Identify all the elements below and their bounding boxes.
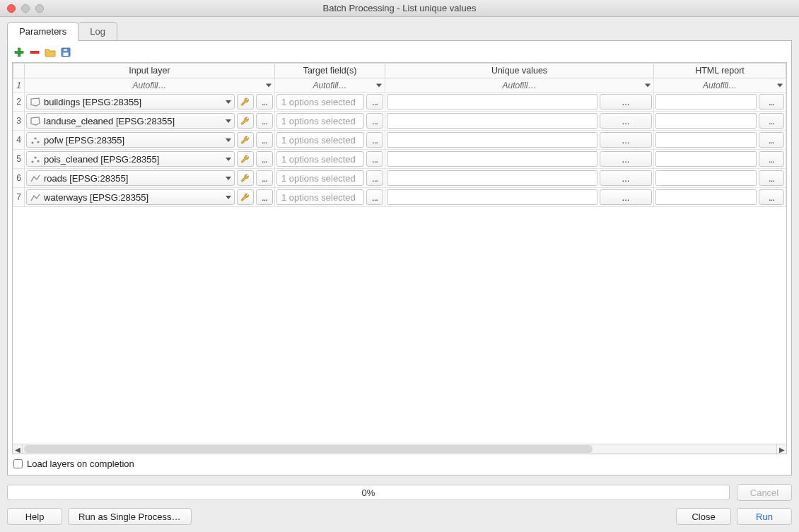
- iterate-button[interactable]: [237, 189, 254, 205]
- html-report-input[interactable]: [655, 189, 757, 205]
- load-layers-checkbox[interactable]: [13, 459, 23, 468]
- unique-values-cell: ...: [385, 188, 654, 207]
- help-button[interactable]: Help: [7, 508, 62, 525]
- browse-layer-button[interactable]: [256, 170, 273, 186]
- scroll-left-icon[interactable]: ◀: [13, 444, 23, 454]
- iterate-button[interactable]: [237, 170, 254, 186]
- html-report-browse-button[interactable]: [759, 113, 784, 129]
- scroll-right-icon[interactable]: ▶: [776, 444, 786, 454]
- target-fields-cell: 1 options selected: [275, 112, 385, 131]
- browse-layer-button[interactable]: [256, 132, 273, 148]
- html-report-browse-button[interactable]: [759, 151, 784, 167]
- col-input-layer[interactable]: Input layer: [25, 64, 275, 78]
- input-layer-cell: roads [EPSG:28355]: [25, 169, 275, 188]
- iterate-button[interactable]: [237, 113, 254, 129]
- iterate-button[interactable]: [237, 132, 254, 148]
- run-button[interactable]: Run: [737, 508, 792, 525]
- tab-parameters[interactable]: Parameters: [7, 22, 78, 41]
- iterate-button[interactable]: [237, 151, 254, 167]
- fields-summary[interactable]: 1 options selected: [276, 151, 364, 167]
- select-fields-button[interactable]: [366, 170, 383, 186]
- target-fields-cell: 1 options selected: [275, 169, 385, 188]
- col-html-report[interactable]: HTML report: [654, 64, 786, 78]
- horizontal-scrollbar[interactable]: ◀ ▶: [13, 444, 786, 454]
- unique-values-browse-button[interactable]: ...: [600, 132, 652, 148]
- window-title: Batch Processing - List unique values: [0, 3, 799, 13]
- window-minimize-button[interactable]: [21, 4, 30, 13]
- window-close-button[interactable]: [7, 4, 16, 13]
- chevron-down-icon: [777, 83, 783, 87]
- iterate-button[interactable]: [237, 94, 254, 110]
- traffic-lights: [7, 4, 44, 13]
- html-report-input[interactable]: [655, 94, 757, 110]
- fields-summary[interactable]: 1 options selected: [276, 189, 364, 205]
- autofill-html-report[interactable]: Autofill…: [654, 78, 786, 93]
- run-single-process-button[interactable]: Run as Single Process…: [68, 508, 192, 525]
- autofill-input-layer[interactable]: Autofill…: [25, 78, 275, 93]
- browse-layer-button[interactable]: [256, 151, 273, 167]
- input-layer-cell: buildings [EPSG:28355]: [25, 93, 275, 112]
- layer-combo[interactable]: roads [EPSG:28355]: [26, 170, 235, 186]
- save-icon[interactable]: [60, 47, 71, 58]
- unique-values-input[interactable]: [387, 151, 597, 167]
- window-zoom-button[interactable]: [35, 4, 44, 13]
- unique-values-browse-button[interactable]: ...: [600, 170, 652, 186]
- col-target-fields[interactable]: Target field(s): [275, 64, 385, 78]
- progress-bar: 0%: [7, 485, 730, 500]
- unique-values-cell: ...: [385, 131, 654, 150]
- html-report-browse-button[interactable]: [759, 132, 784, 148]
- layer-combo[interactable]: waterways [EPSG:28355]: [26, 189, 235, 205]
- layer-combo[interactable]: landuse_cleaned [EPSG:28355]: [26, 113, 235, 129]
- col-unique-values[interactable]: Unique values: [385, 64, 654, 78]
- select-fields-button[interactable]: [366, 94, 383, 110]
- unique-values-browse-button[interactable]: ...: [600, 189, 652, 205]
- select-fields-button[interactable]: [366, 189, 383, 205]
- html-report-browse-button[interactable]: [759, 189, 784, 205]
- table-row: 2buildings [EPSG:28355]1 options selecte…: [13, 93, 786, 112]
- browse-layer-button[interactable]: [256, 94, 273, 110]
- table-row: 4pofw [EPSG:28355]1 options selected...: [13, 131, 786, 150]
- tab-log[interactable]: Log: [78, 22, 117, 41]
- layer-combo[interactable]: pois_cleaned [EPSG:28355]: [26, 151, 235, 167]
- html-report-input[interactable]: [655, 170, 757, 186]
- unique-values-input[interactable]: [387, 113, 597, 129]
- close-button[interactable]: Close: [676, 508, 731, 525]
- html-report-input[interactable]: [655, 151, 757, 167]
- fields-summary[interactable]: 1 options selected: [276, 94, 364, 110]
- html-report-browse-button[interactable]: [759, 94, 784, 110]
- select-fields-button[interactable]: [366, 151, 383, 167]
- html-report-input[interactable]: [655, 113, 757, 129]
- row-number: 3: [13, 112, 25, 131]
- select-fields-button[interactable]: [366, 132, 383, 148]
- select-fields-button[interactable]: [366, 113, 383, 129]
- open-file-icon[interactable]: [45, 47, 56, 58]
- table-row: 3landuse_cleaned [EPSG:28355]1 options s…: [13, 112, 786, 131]
- unique-values-input[interactable]: [387, 189, 597, 205]
- unique-values-browse-button[interactable]: ...: [600, 94, 652, 110]
- unique-values-browse-button[interactable]: ...: [600, 151, 652, 167]
- unique-values-input[interactable]: [387, 132, 597, 148]
- remove-rows-icon[interactable]: [29, 47, 40, 58]
- cancel-button: Cancel: [737, 484, 792, 501]
- unique-values-browse-button[interactable]: ...: [600, 113, 652, 129]
- layer-combo[interactable]: buildings [EPSG:28355]: [26, 94, 235, 110]
- load-layers-label[interactable]: Load layers on completion: [27, 459, 134, 469]
- unique-values-input[interactable]: [387, 94, 597, 110]
- autofill-target-fields[interactable]: Autofill…: [275, 78, 385, 93]
- scroll-thumb[interactable]: [24, 445, 593, 453]
- browse-layer-button[interactable]: [256, 113, 273, 129]
- layer-name: landuse_cleaned [EPSG:28355]: [44, 116, 175, 126]
- html-report-browse-button[interactable]: [759, 170, 784, 186]
- autofill-unique-values[interactable]: Autofill…: [385, 78, 654, 93]
- fields-summary[interactable]: 1 options selected: [276, 170, 364, 186]
- add-row-icon[interactable]: [13, 47, 25, 58]
- unique-values-cell: ...: [385, 112, 654, 131]
- browse-layer-button[interactable]: [256, 189, 273, 205]
- layer-combo[interactable]: pofw [EPSG:28355]: [26, 132, 235, 148]
- fields-summary[interactable]: 1 options selected: [276, 113, 364, 129]
- autofill-rownum: 1: [13, 78, 25, 93]
- unique-values-input[interactable]: [387, 170, 597, 186]
- html-report-input[interactable]: [655, 132, 757, 148]
- fields-summary[interactable]: 1 options selected: [276, 132, 364, 148]
- svg-rect-4: [64, 53, 69, 57]
